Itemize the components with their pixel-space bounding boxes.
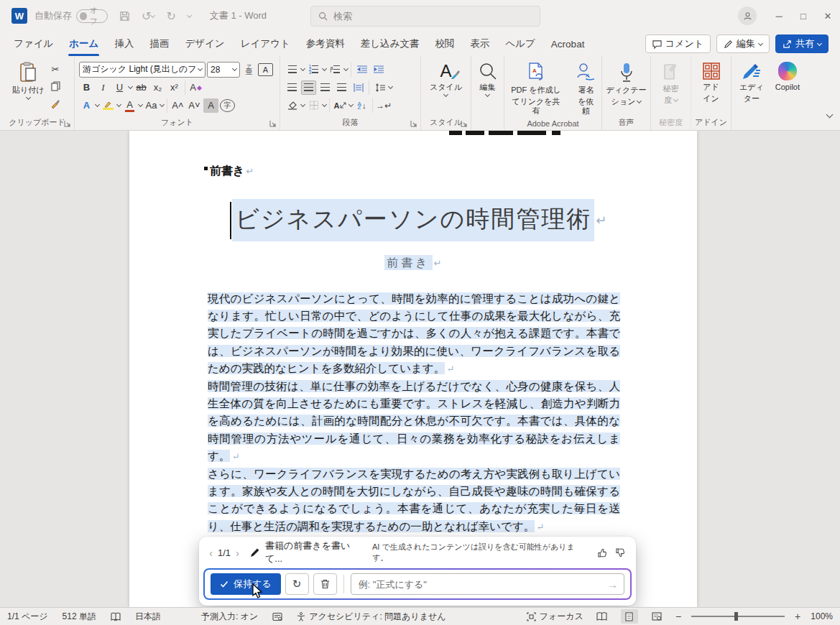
word-logo-icon[interactable]: W bbox=[11, 8, 27, 24]
numbered-list-button[interactable]: 123 bbox=[306, 62, 321, 77]
addins-button[interactable]: アド イン bbox=[691, 60, 731, 105]
highlight-button[interactable] bbox=[101, 98, 116, 113]
share-button[interactable]: 共有 bbox=[775, 34, 829, 53]
discard-button[interactable] bbox=[313, 573, 337, 595]
ruby-button[interactable]: ア亜 bbox=[241, 62, 257, 77]
font-name-combobox[interactable]: 游ゴシック Light (見出しのフォン bbox=[79, 62, 206, 78]
maximize-button[interactable]: □ bbox=[791, 0, 816, 32]
macro-record-icon[interactable] bbox=[272, 612, 282, 621]
text-prediction-indicator[interactable]: 予測入力: オン bbox=[201, 611, 258, 623]
zoom-in-button[interactable]: + bbox=[795, 611, 800, 622]
search-input[interactable]: 検索 bbox=[310, 6, 540, 27]
superscript-button[interactable]: x² bbox=[167, 80, 182, 95]
editing-mode-button[interactable]: 編集 bbox=[716, 34, 770, 53]
autosave-switch[interactable]: オフ bbox=[76, 9, 108, 23]
word-count[interactable]: 512 単語 bbox=[63, 611, 96, 623]
request-signatures-button[interactable]: ✕ 署名 を依頼 bbox=[571, 60, 601, 117]
tab-home[interactable]: ホーム bbox=[61, 33, 106, 55]
borders-button[interactable] bbox=[306, 98, 321, 113]
align-right-button[interactable] bbox=[318, 80, 333, 95]
show-formatting-marks-button[interactable]: →↵ bbox=[376, 98, 392, 113]
read-mode-button[interactable] bbox=[594, 609, 611, 624]
editing-button[interactable]: 編集 bbox=[471, 60, 504, 98]
editor-button[interactable]: エディ ター bbox=[736, 60, 767, 105]
dialog-launcher-icon[interactable] bbox=[64, 120, 71, 127]
line-spacing-button[interactable] bbox=[372, 80, 387, 95]
underline-button[interactable]: U bbox=[112, 80, 127, 95]
create-pdf-share-link-button[interactable]: A PDF を作成し てリンクを共有 bbox=[504, 60, 568, 117]
align-left-button[interactable] bbox=[285, 80, 300, 95]
shading-button[interactable] bbox=[285, 98, 300, 113]
focus-mode-button[interactable]: フォーカス bbox=[527, 611, 583, 623]
asian-layout-button[interactable]: A bbox=[333, 98, 348, 113]
copy-button[interactable] bbox=[48, 79, 63, 93]
grow-font-button[interactable]: A˄ bbox=[170, 98, 185, 113]
bold-button[interactable]: B bbox=[79, 80, 94, 95]
tab-help[interactable]: ヘルプ bbox=[497, 33, 543, 55]
save-button[interactable] bbox=[119, 11, 130, 22]
close-button[interactable]: ✕ bbox=[816, 0, 840, 32]
collapse-ribbon-button[interactable] bbox=[827, 107, 832, 120]
zoom-slider[interactable] bbox=[691, 616, 785, 617]
tab-draw[interactable]: 描画 bbox=[142, 33, 177, 55]
strikethrough-button[interactable]: ab bbox=[134, 80, 149, 95]
format-painter-button[interactable] bbox=[48, 96, 63, 111]
dictation-button[interactable]: ディクテー ション bbox=[602, 60, 650, 108]
accessibility-status[interactable]: アクセシビリティ: 問題ありません bbox=[297, 611, 446, 623]
web-layout-button[interactable] bbox=[648, 609, 665, 624]
zoom-out-button[interactable]: − bbox=[675, 611, 681, 622]
redo-button[interactable]: ↻ bbox=[166, 9, 175, 23]
sort-button[interactable]: AZ↓ bbox=[354, 98, 369, 113]
proofing-status-icon[interactable] bbox=[111, 612, 121, 621]
tab-file[interactable]: ファイル bbox=[6, 33, 61, 55]
zoom-slider-thumb[interactable] bbox=[734, 612, 738, 621]
justify-button[interactable] bbox=[334, 80, 349, 95]
font-size-combobox[interactable]: 28 bbox=[207, 62, 240, 78]
tab-layout[interactable]: レイアウト bbox=[233, 33, 298, 55]
account-avatar[interactable] bbox=[738, 6, 757, 25]
regenerate-button[interactable]: ↻ bbox=[285, 573, 309, 595]
send-icon[interactable]: → bbox=[607, 578, 618, 591]
tab-view[interactable]: 表示 bbox=[462, 33, 497, 55]
tab-references[interactable]: 参考資料 bbox=[298, 33, 353, 55]
tab-review[interactable]: 校閲 bbox=[427, 33, 462, 55]
keep-it-button[interactable]: 保持する bbox=[211, 573, 281, 595]
page-indicator[interactable]: 1/1 ページ bbox=[7, 611, 48, 623]
thumbs-down-icon[interactable] bbox=[615, 547, 626, 558]
clear-formatting-button[interactable]: A◆ bbox=[188, 80, 203, 95]
copilot-refine-input[interactable]: → bbox=[351, 573, 624, 595]
comments-button[interactable]: コメント bbox=[645, 34, 711, 53]
increase-indent-button[interactable] bbox=[371, 62, 386, 77]
autosave-toggle[interactable]: 自動保存 オフ bbox=[34, 9, 108, 23]
multilevel-list-button[interactable]: ai bbox=[328, 62, 343, 77]
cut-button[interactable]: ✂ bbox=[48, 62, 63, 76]
character-shading-button[interactable]: A bbox=[203, 98, 218, 113]
dialog-launcher-icon[interactable] bbox=[410, 120, 417, 127]
tab-design[interactable]: デザイン bbox=[177, 33, 232, 55]
prompt-summary[interactable]: 書籍の前書きを書いて... bbox=[265, 540, 367, 565]
character-border-button[interactable]: A bbox=[258, 63, 273, 76]
distribute-button[interactable] bbox=[351, 80, 366, 95]
decrease-indent-button[interactable] bbox=[354, 62, 369, 77]
tab-insert[interactable]: 挿入 bbox=[106, 33, 142, 55]
italic-button[interactable]: I bbox=[96, 80, 111, 95]
shrink-font-button[interactable]: A˅ bbox=[187, 98, 202, 113]
dialog-launcher-icon[interactable] bbox=[269, 120, 277, 127]
tab-acrobat[interactable]: Acrobat bbox=[543, 34, 593, 54]
undo-button[interactable]: ↺ bbox=[142, 9, 154, 23]
copilot-button[interactable]: Copilot bbox=[772, 60, 803, 105]
document-subtitle-line[interactable]: 前書き↵ bbox=[129, 256, 697, 271]
document-page[interactable]: 前書き ↵ ビジネスパーソンの時間管理術 ↵ 前書き↵ 現代のビジネスパーソンに… bbox=[129, 131, 697, 607]
styles-button[interactable]: A スタイル bbox=[421, 60, 471, 98]
bullet-list-button[interactable] bbox=[285, 62, 300, 77]
previous-result-button[interactable]: ‹ bbox=[209, 547, 213, 559]
print-layout-button[interactable] bbox=[621, 609, 638, 624]
paste-button[interactable]: 貼り付け bbox=[9, 60, 48, 111]
subscript-button[interactable]: x₂ bbox=[150, 80, 165, 95]
align-center-button[interactable] bbox=[301, 80, 316, 95]
document-body[interactable]: 現代のビジネスパーソンにとって、時間を効率的に管理することは成功への鍵となります… bbox=[208, 290, 620, 554]
more-commands-button[interactable] bbox=[188, 15, 191, 17]
minimize-button[interactable]: ─ bbox=[767, 0, 791, 32]
enclose-characters-button[interactable]: 字 bbox=[220, 99, 235, 112]
document-title-line[interactable]: ビジネスパーソンの時間管理術 ↵ bbox=[230, 199, 606, 241]
